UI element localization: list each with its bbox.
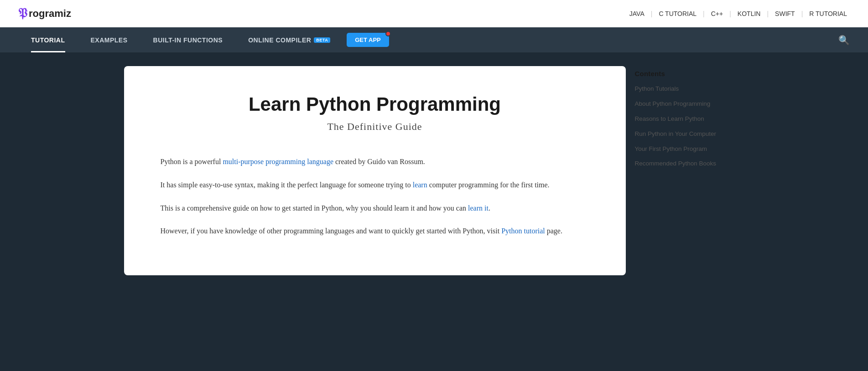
page-wrapper: Learn Python Programming The Definitive …	[0, 52, 868, 289]
paragraph-1: Python is a powerful multi-purpose progr…	[161, 155, 589, 169]
link-python-tutorial[interactable]: Python tutorial	[501, 227, 545, 235]
logo-text: rogramiz	[29, 8, 71, 20]
logo-area[interactable]: 𝔓 rogramiz	[18, 6, 627, 21]
nav-kotlin[interactable]: KOTLIN	[735, 10, 764, 17]
contents-title: Contents	[635, 70, 744, 77]
main-content: Learn Python Programming The Definitive …	[124, 66, 626, 275]
link-learn[interactable]: learn	[413, 181, 427, 189]
sidebar-item-about-python[interactable]: About Python Programming	[635, 100, 744, 108]
logo-icon: 𝔓	[18, 6, 28, 21]
nav-items: TUTORIAL EXAMPLES BUILT-IN FUNCTIONS ONL…	[18, 27, 829, 52]
link-multi-purpose[interactable]: multi-purpose programming language	[223, 158, 333, 165]
nav-tutorial[interactable]: TUTORIAL	[18, 27, 78, 52]
nav-examples[interactable]: EXAMPLES	[78, 27, 140, 52]
sep-4: |	[767, 10, 769, 17]
sep-1: |	[651, 10, 653, 17]
paragraph-2: It has simple easy-to-use syntax, making…	[161, 179, 589, 192]
nav-c-tutorial[interactable]: C TUTORIAL	[656, 10, 699, 17]
sidebar-item-run-python[interactable]: Run Python in Your Computer	[635, 130, 744, 139]
link-learn-it[interactable]: learn it	[468, 204, 489, 212]
nav-bar: TUTORIAL EXAMPLES BUILT-IN FUNCTIONS ONL…	[0, 27, 868, 52]
beta-badge: beta	[314, 37, 330, 43]
paragraph-3: This is a comprehensive guide on how to …	[161, 202, 589, 215]
article-body: Python is a powerful multi-purpose progr…	[161, 155, 589, 238]
nav-swift[interactable]: SWIFT	[772, 10, 798, 17]
notification-dot	[385, 31, 391, 36]
nav-online-compiler[interactable]: ONLINE COMPILER beta	[235, 27, 343, 52]
nav-built-in-functions[interactable]: BUILT-IN FUNCTIONS	[140, 27, 236, 52]
top-bar: 𝔓 rogramiz JAVA | C TUTORIAL | C++ | KOT…	[0, 0, 868, 27]
article-subtitle: The Definitive Guide	[161, 121, 589, 133]
sep-3: |	[729, 10, 731, 17]
paragraph-4: However, if you have knowledge of other …	[161, 225, 589, 238]
sidebar-item-first-program[interactable]: Your First Python Program	[635, 145, 744, 154]
sep-2: |	[703, 10, 705, 17]
nav-r-tutorial[interactable]: R TUTORIAL	[806, 10, 850, 17]
article-title: Learn Python Programming	[161, 93, 589, 115]
sidebar-item-recommended-books[interactable]: Recommended Python Books	[635, 160, 744, 168]
nav-java[interactable]: JAVA	[627, 10, 647, 17]
sidebar: Contents Python Tutorials About Python P…	[635, 66, 744, 275]
sep-5: |	[801, 10, 803, 17]
sidebar-item-reasons[interactable]: Reasons to Learn Python	[635, 115, 744, 124]
top-nav: JAVA | C TUTORIAL | C++ | KOTLIN | SWIFT…	[627, 10, 850, 17]
search-icon[interactable]: 🔍	[838, 35, 850, 46]
nav-cpp[interactable]: C++	[708, 10, 726, 17]
get-app-button[interactable]: GET APP	[347, 33, 389, 47]
sidebar-item-python-tutorials[interactable]: Python Tutorials	[635, 85, 744, 93]
